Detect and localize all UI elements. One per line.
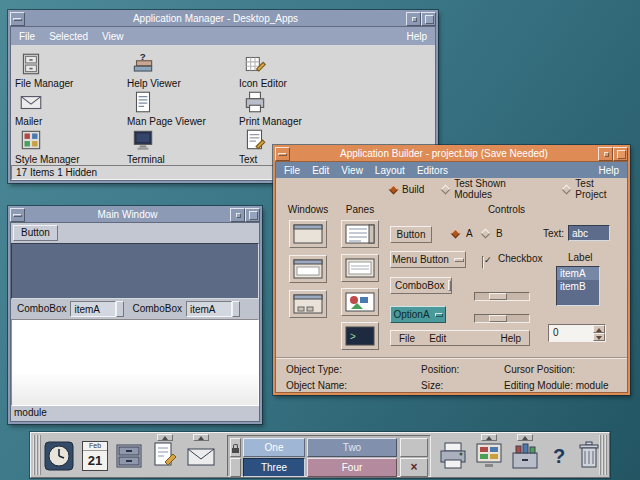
blank-screen-button[interactable] (230, 458, 241, 477)
titlebar[interactable]: Application Manager - Desktop_Apps (10, 12, 436, 26)
calendar-icon[interactable]: Feb 21 (79, 439, 111, 473)
app-icon-terminal[interactable]: Terminal (127, 127, 235, 165)
palette-main-window-icon[interactable] (289, 220, 327, 248)
menu-layout[interactable]: Layout (375, 165, 405, 176)
sample-checkbox[interactable] (482, 256, 484, 269)
sample-radio-b-label[interactable]: B (496, 228, 503, 239)
exit-button[interactable]: × (400, 458, 428, 477)
menu-file[interactable]: File (19, 31, 35, 42)
window-menu-button[interactable] (10, 12, 25, 26)
sample-menu-edit[interactable]: Edit (429, 333, 446, 344)
application-manager-icon[interactable] (509, 439, 541, 473)
style-manager-icon[interactable] (473, 439, 505, 473)
scale-handle[interactable] (489, 293, 507, 300)
sample-scale-2[interactable] (474, 314, 530, 323)
app-icon-mailer[interactable]: Mailer (15, 89, 123, 127)
icon-editor-icon (242, 51, 268, 77)
app-icon-icon-editor[interactable]: Icon Editor (239, 51, 347, 89)
trash-icon[interactable] (573, 439, 605, 473)
app-icon-file-manager[interactable]: File Manager (15, 51, 123, 89)
workspace-one-button[interactable]: One (243, 438, 305, 457)
combobox-1[interactable]: ComboBox itemA (13, 301, 124, 317)
maximize-button[interactable] (421, 12, 436, 26)
menu-selected[interactable]: Selected (49, 31, 88, 42)
size-label: Size: (421, 380, 504, 391)
printer-icon[interactable] (437, 439, 469, 473)
list-item[interactable]: itemB (557, 280, 599, 293)
combobox-value[interactable]: itemA (186, 301, 232, 317)
help-icon[interactable]: ? (543, 439, 575, 473)
scale-handle[interactable] (489, 315, 507, 322)
menu-edit[interactable]: Edit (312, 165, 329, 176)
maximize-icon (617, 150, 626, 159)
minimize-icon (604, 152, 609, 157)
help-books-icon: ? (130, 51, 156, 77)
combobox-arrow-icon[interactable] (232, 301, 240, 317)
palette-term-pane-icon[interactable]: > (341, 322, 379, 350)
combobox-2[interactable]: ComboBox itemA (128, 301, 239, 317)
sample-option-menu[interactable]: OptionA (390, 306, 446, 323)
file-cabinet-icon (18, 51, 44, 77)
workspace-two-button[interactable]: Two (307, 438, 397, 457)
app-icon-print-manager[interactable]: Print Manager (239, 89, 347, 127)
sample-menu-help[interactable]: Help (500, 333, 521, 344)
file-manager-icon[interactable] (113, 439, 145, 473)
palette-custom-dialog-icon[interactable] (289, 255, 327, 283)
text-editor-icon[interactable] (149, 439, 181, 473)
menu-file[interactable]: File (284, 165, 300, 176)
maximize-icon (249, 211, 258, 220)
minimize-button[interactable] (406, 12, 421, 26)
spin-down-icon[interactable] (593, 333, 605, 341)
window-menu-button[interactable] (275, 147, 290, 161)
sample-text-field[interactable]: abc (568, 225, 610, 241)
panel-handle-left[interactable] (33, 435, 41, 475)
palette-file-dialog-icon[interactable] (289, 290, 327, 318)
list-item[interactable]: itemA (557, 267, 599, 280)
sample-scale-1[interactable] (474, 292, 530, 301)
button-sample[interactable]: Button (13, 225, 58, 241)
minimize-button[interactable] (230, 208, 245, 222)
menu-view[interactable]: View (341, 165, 363, 176)
menu-help[interactable]: Help (406, 31, 427, 42)
spinbox-value[interactable]: 0 (549, 325, 593, 341)
menu-editors[interactable]: Editors (417, 165, 448, 176)
palette-text-pane-icon[interactable] (341, 254, 379, 282)
app-icon-help-viewer[interactable]: ? Help Viewer (127, 51, 235, 89)
sample-button[interactable]: Button (390, 226, 432, 243)
titlebar[interactable]: Application Builder - project.bip (Save … (275, 147, 628, 161)
workspace-four-button[interactable]: Four (307, 458, 397, 477)
sample-combobox[interactable]: ComboBox (390, 277, 452, 294)
combobox-value[interactable]: itemA (70, 301, 116, 317)
status-bar: module (11, 406, 259, 421)
lock-button[interactable] (230, 438, 241, 457)
mailer-icon[interactable] (185, 439, 217, 473)
busy-light-button[interactable] (400, 438, 428, 457)
combobox-arrow-icon[interactable] (116, 301, 124, 317)
menu-help[interactable]: Help (598, 165, 619, 176)
minimize-button[interactable] (598, 147, 613, 161)
app-builder-client: File Edit View Layout Editors Help Build… (275, 161, 628, 393)
sample-menu-file[interactable]: File (399, 333, 415, 344)
sample-checkbox-label[interactable]: Checkbox (498, 253, 542, 264)
app-icon-man-page-viewer[interactable]: Man Page Viewer (127, 89, 235, 127)
maximize-button[interactable] (613, 147, 628, 161)
window-menu-button[interactable] (10, 208, 25, 222)
app-icon-style-manager[interactable]: Style Manager (15, 127, 123, 165)
radio-test-shown-modules[interactable]: Test Shown Modules (442, 178, 545, 200)
spin-up-icon[interactable] (593, 325, 605, 333)
workspace-three-button[interactable]: Three (243, 458, 305, 477)
clock-icon[interactable] (43, 439, 75, 473)
sample-radio-a-indicator[interactable] (451, 229, 461, 239)
palette-scrolled-pane-icon[interactable] (341, 220, 379, 248)
titlebar[interactable]: Main Window (10, 208, 260, 222)
maximize-button[interactable] (245, 208, 260, 222)
radio-indicator (389, 184, 399, 194)
menu-view[interactable]: View (102, 31, 124, 42)
sample-radio-b-indicator[interactable] (481, 229, 491, 239)
radio-test-project[interactable]: Test Project (563, 178, 627, 200)
main-window-client: Button ComboBox itemA ComboBox itemA mod… (10, 222, 260, 422)
sample-menu-button[interactable]: Menu Button (390, 251, 466, 268)
palette-draw-pane-icon[interactable] (341, 288, 379, 316)
sample-radio-a-label[interactable]: A (466, 228, 473, 239)
radio-build[interactable]: Build (390, 184, 424, 195)
